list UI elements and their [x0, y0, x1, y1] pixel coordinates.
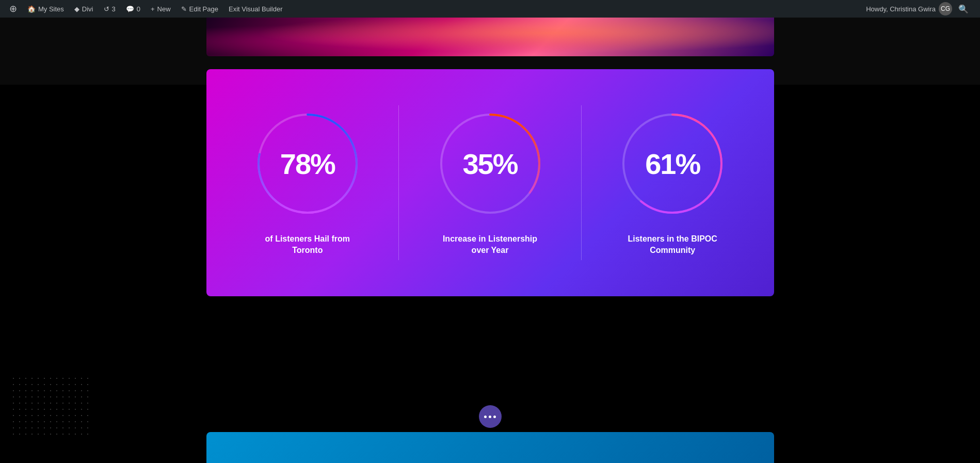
my-sites-link[interactable]: 🏠 My Sites: [22, 0, 69, 18]
admin-bar: ⊕ 🏠 My Sites ◆ Divi ↺ 3 💬 0 + New ✎ Edit…: [0, 0, 980, 18]
stat-label-1: of Listeners Hail from Toronto: [256, 233, 359, 257]
circle-3: 61%: [618, 109, 727, 218]
stat-value-1: 78%: [280, 147, 335, 180]
stat-label-2: Increase in Listenership over Year: [439, 233, 542, 257]
home-icon: 🏠: [27, 5, 36, 13]
stat-label-3: Listeners in the BIPOC Community: [621, 233, 724, 257]
floating-dots-button[interactable]: [479, 405, 502, 428]
wordpress-icon[interactable]: ⊕: [4, 0, 22, 18]
refresh-icon: ↺: [104, 5, 109, 13]
avatar[interactable]: CG: [939, 2, 952, 15]
decorative-dots: [10, 375, 93, 437]
dots-icon: [484, 416, 496, 418]
edit-page-link[interactable]: ✎ Edit Page: [176, 0, 223, 18]
stats-grid: 78% of Listeners Hail from Toronto: [217, 99, 764, 267]
stat-item-1: 78% of Listeners Hail from Toronto: [217, 99, 399, 267]
bottom-panel: [206, 432, 774, 463]
stat-item-3: 61% Listeners in the BIPOC Community: [582, 99, 764, 267]
admin-bar-right: Howdy, Christina Gwira CG 🔍: [866, 2, 976, 15]
revisions-link[interactable]: ↺ 3: [99, 0, 121, 18]
search-button[interactable]: 🔍: [955, 4, 972, 14]
stat-value-2: 35%: [462, 147, 517, 180]
hero-image-inner: [206, 18, 774, 56]
stat-value-3: 61%: [645, 147, 700, 180]
new-link[interactable]: + New: [146, 0, 176, 18]
stats-section: 78% of Listeners Hail from Toronto: [206, 69, 774, 296]
stat-item-2: 35% Increase in Listenership over Year: [399, 99, 581, 267]
plus-icon: +: [151, 5, 155, 13]
comment-icon: 💬: [126, 5, 134, 13]
divi-icon: ◆: [74, 5, 79, 13]
hero-image-strip: [206, 18, 774, 56]
exit-vb-link[interactable]: Exit Visual Builder: [223, 0, 288, 18]
pencil-icon: ✎: [181, 5, 187, 13]
divi-link[interactable]: ◆ Divi: [69, 0, 99, 18]
circle-2: 35%: [436, 109, 544, 218]
howdy-text: Howdy, Christina Gwira: [866, 5, 936, 13]
circle-1: 78%: [253, 109, 362, 218]
comments-link[interactable]: 💬 0: [121, 0, 146, 18]
page-canvas: 78% of Listeners Hail from Toronto: [0, 18, 980, 463]
